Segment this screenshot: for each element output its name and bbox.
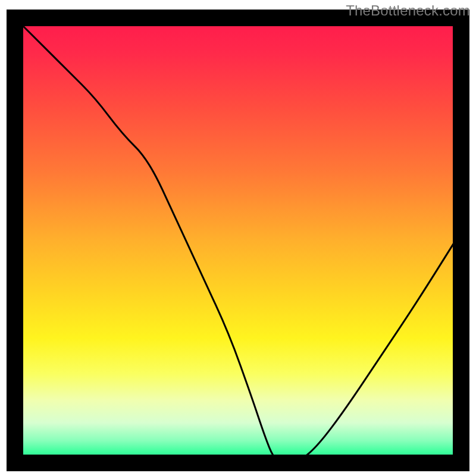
watermark-text: TheBottleneck.com (346, 2, 470, 19)
bottleneck-chart: TheBottleneck.com (0, 0, 476, 476)
chart-canvas (0, 0, 476, 476)
